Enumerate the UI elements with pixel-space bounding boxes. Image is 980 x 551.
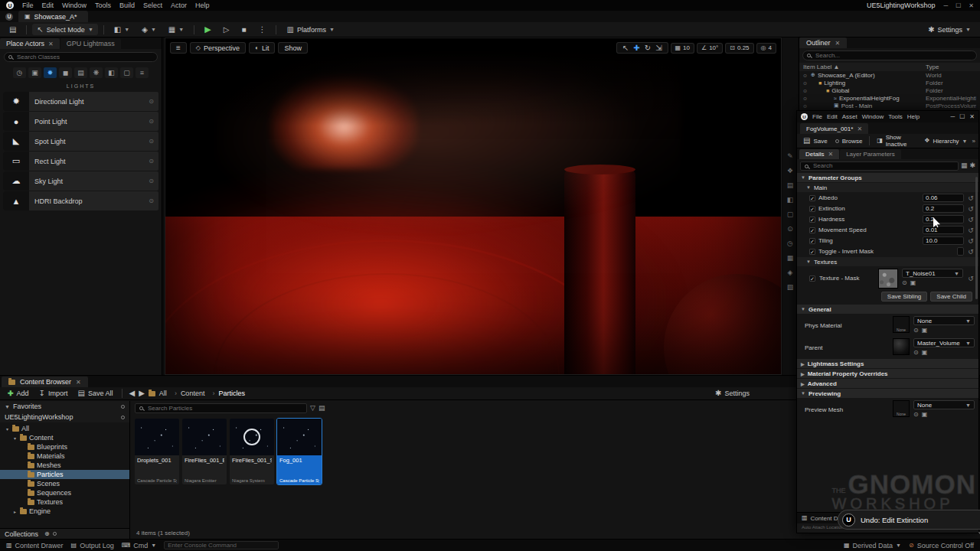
- collapsed-section-header[interactable]: ▶ Material Property Overrides: [797, 369, 978, 378]
- folder-tree-row[interactable]: Blueprints: [0, 442, 129, 452]
- folder-tree-row[interactable]: ▾ All: [0, 424, 129, 433]
- search-icon[interactable]: [53, 532, 57, 536]
- minimize-icon[interactable]: ─: [950, 113, 955, 120]
- level-tab[interactable]: ▣ Showcase_A*: [18, 11, 88, 22]
- section-general[interactable]: ▼ General: [797, 305, 978, 314]
- close-icon[interactable]: ✕: [48, 41, 54, 47]
- light-list-item[interactable]: ☁ Sky Light ⊙: [3, 171, 158, 191]
- breadcrumb[interactable]: Particles: [208, 390, 245, 397]
- reset-to-default-icon[interactable]: ↺: [967, 275, 975, 282]
- cinematics-dropdown[interactable]: ▦▼: [164, 24, 188, 35]
- undo-notification-toast[interactable]: U Undo: Edit Extinction: [838, 510, 980, 530]
- parameter-value-input[interactable]: 10.0: [923, 236, 964, 245]
- source-control-button[interactable]: ⊘ Source Control Off: [909, 542, 974, 549]
- view-mode-dropdown[interactable]: ◐ Lit: [249, 42, 275, 54]
- category-filter-icon[interactable]: ❋: [90, 67, 103, 78]
- docked-tab-icon[interactable]: ▧: [787, 283, 794, 291]
- tab-details[interactable]: Details ✕: [799, 149, 839, 159]
- menubar-item[interactable]: File: [812, 113, 822, 120]
- add-actor-dropdown[interactable]: ◧▼: [109, 24, 134, 35]
- scrollbar[interactable]: [975, 177, 978, 299]
- menubar-item[interactable]: Build: [119, 2, 135, 9]
- menubar-item[interactable]: Tools: [95, 2, 111, 9]
- light-list-item[interactable]: ◣ Spot Light ⊙: [3, 132, 158, 151]
- folder-tree-row[interactable]: Sequences: [0, 488, 129, 497]
- reset-to-default-icon[interactable]: ↺: [967, 248, 975, 256]
- select-tool-icon[interactable]: ↖: [622, 44, 629, 52]
- editor-home-icon[interactable]: U: [5, 13, 13, 21]
- snap-setting-badge[interactable]: ▦ 10: [671, 43, 694, 54]
- expand-arrow-icon[interactable]: ▾: [12, 435, 18, 441]
- parameter-value-input[interactable]: [957, 247, 964, 256]
- asset-tile[interactable]: FireFlies_001_Sys Niagara System: [230, 419, 274, 484]
- asset-search[interactable]: [135, 403, 307, 413]
- play-button[interactable]: ▶: [200, 24, 215, 35]
- platforms-dropdown[interactable]: ▥ Platforms ▼: [282, 24, 338, 35]
- docked-tab-icon[interactable]: ◧: [787, 196, 794, 204]
- column-type[interactable]: Type: [926, 64, 976, 70]
- asset-tile[interactable]: FireFlies_001_Emitt Niagara Emitter: [182, 419, 227, 484]
- add-collection-icon[interactable]: ⊕: [44, 531, 50, 537]
- reset-to-default-icon[interactable]: ↺: [967, 237, 975, 245]
- outliner-row[interactable]: ⊙ ■ Lighting Folder: [799, 79, 980, 86]
- menubar-item[interactable]: Edit: [827, 113, 838, 120]
- scale-tool-icon[interactable]: ⇲: [655, 44, 662, 52]
- frame-skip-button[interactable]: ▷: [219, 24, 234, 35]
- breadcrumb[interactable]: Content: [171, 390, 205, 397]
- docked-tab-icon[interactable]: ▢: [787, 210, 794, 218]
- folder-tree-row[interactable]: Materials: [0, 452, 129, 461]
- maximize-icon[interactable]: ☐: [956, 2, 961, 9]
- tab-gpu-lightmass[interactable]: GPU Lightmass: [60, 38, 121, 49]
- snap-setting-badge[interactable]: ⊡ 0.25: [725, 43, 753, 54]
- category-filter-icon[interactable]: ▣: [28, 67, 41, 78]
- folder-tree-row[interactable]: Meshes: [0, 461, 129, 470]
- section-previewing[interactable]: ▼ Previewing: [797, 389, 978, 398]
- maximize-icon[interactable]: ☐: [959, 113, 965, 120]
- menubar-item[interactable]: Window: [862, 113, 884, 120]
- forward-icon[interactable]: ▶: [139, 390, 145, 397]
- parameter-value-input[interactable]: 0.01: [923, 226, 964, 234]
- cmd-dropdown[interactable]: ⌨ Cmd ▼: [122, 542, 157, 549]
- close-icon[interactable]: ✕: [835, 40, 841, 47]
- derived-data-button[interactable]: ▦ Derived Data ▼: [844, 542, 901, 549]
- visibility-eye-icon[interactable]: ⊙: [803, 80, 807, 86]
- reset-to-default-icon[interactable]: ↺: [967, 205, 975, 213]
- docked-tab-icon[interactable]: ▤: [787, 181, 794, 189]
- tab-place-actors[interactable]: Place Actors ✕: [0, 38, 60, 49]
- view-options-icon[interactable]: ▤: [318, 405, 325, 412]
- save-child-button[interactable]: Save Child: [930, 292, 972, 302]
- folder-tree-row[interactable]: ▾ Content: [0, 433, 129, 442]
- stop-button[interactable]: ■: [237, 24, 250, 35]
- light-list-item[interactable]: ✸ Directional Light ⊙: [3, 92, 158, 111]
- preview-mesh-thumbnail[interactable]: None: [893, 400, 910, 417]
- minimize-icon[interactable]: ─: [943, 2, 948, 9]
- overflow-chevron-icon[interactable]: »: [972, 138, 975, 145]
- viewport-options-button[interactable]: ≡: [170, 42, 187, 54]
- docked-tab-icon[interactable]: ✎: [787, 152, 793, 160]
- favorites-header[interactable]: ▼ Favorites: [0, 401, 129, 412]
- collapsed-section-header[interactable]: ▶ Advanced: [797, 379, 978, 388]
- override-checkbox[interactable]: ✓: [809, 276, 815, 282]
- override-checkbox[interactable]: ✓: [809, 249, 815, 255]
- section-main[interactable]: ▼ Main: [797, 183, 978, 192]
- docked-tab-icon[interactable]: ◈: [788, 269, 793, 276]
- import-button[interactable]: ↧Import: [36, 389, 71, 399]
- tab-fogvolume[interactable]: FogVolume_001* ✕: [800, 123, 868, 134]
- console-command-box[interactable]: [164, 541, 279, 549]
- place-actors-search[interactable]: [4, 52, 158, 62]
- menubar-item[interactable]: Edit: [42, 2, 54, 9]
- texture-asset-dropdown[interactable]: T_Noise01 ▼: [902, 269, 963, 278]
- override-checkbox[interactable]: ✓: [809, 206, 815, 212]
- menubar-item[interactable]: Tools: [888, 113, 903, 120]
- save-level-button[interactable]: ▤: [5, 24, 21, 35]
- asset-tile[interactable]: Fog_001 Cascade Particle System: [277, 419, 322, 484]
- browse-to-asset-icon[interactable]: ▣: [922, 411, 928, 418]
- menubar-item[interactable]: Help: [907, 113, 920, 120]
- use-selected-icon[interactable]: ⊙: [913, 327, 919, 334]
- use-selected-icon[interactable]: ⊙: [913, 411, 919, 418]
- category-filter-icon[interactable]: ◧: [105, 67, 118, 78]
- phys-material-thumbnail[interactable]: None: [893, 316, 910, 333]
- override-checkbox[interactable]: ✓: [809, 227, 815, 233]
- override-checkbox[interactable]: ✓: [809, 195, 815, 201]
- output-log-button[interactable]: ▤ Output Log: [71, 542, 114, 549]
